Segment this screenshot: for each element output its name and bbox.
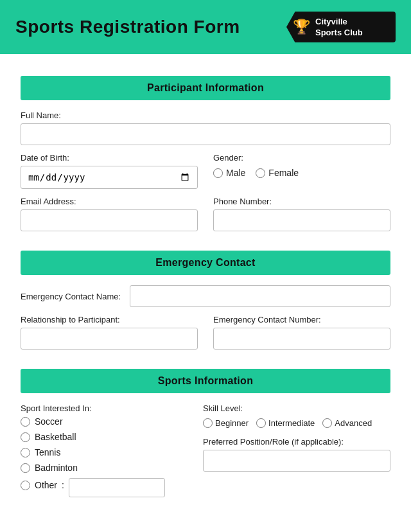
form-title: Sports Registration Form bbox=[15, 17, 240, 37]
sport-other-row: Other: bbox=[21, 478, 188, 497]
sports-section-title: Sports Information bbox=[158, 375, 254, 386]
sport-soccer-radio[interactable] bbox=[21, 417, 30, 427]
dob-input[interactable] bbox=[21, 166, 198, 189]
ec-number-input[interactable] bbox=[213, 328, 390, 350]
relationship-ecnumber-row: Relationship to Participant: Emergency C… bbox=[21, 315, 390, 357]
email-col: Email Address: bbox=[21, 197, 198, 239]
sport-other-radio[interactable] bbox=[21, 481, 30, 490]
sports-row: Sport Interested In: Soccer Basketball T… bbox=[21, 403, 390, 497]
trophy-icon: 🏆 bbox=[293, 19, 310, 35]
sport-tennis-label: Tennis bbox=[35, 447, 60, 457]
emergency-section-header: Emergency Contact bbox=[21, 251, 390, 275]
phone-input[interactable] bbox=[213, 209, 390, 231]
brand-name: Cityville bbox=[315, 17, 363, 27]
gender-female-label: Female bbox=[268, 168, 299, 178]
dob-group: Date of Birth: bbox=[21, 153, 198, 189]
gender-female-option[interactable]: Female bbox=[256, 168, 299, 178]
participant-section-title: Participant Information bbox=[147, 82, 264, 93]
gender-col: Gender: Male Female bbox=[213, 153, 390, 197]
phone-label: Phone Number: bbox=[213, 197, 390, 206]
relationship-input[interactable] bbox=[21, 328, 198, 350]
dob-label: Date of Birth: bbox=[21, 153, 198, 163]
sport-basketball-option[interactable]: Basketball bbox=[21, 432, 188, 442]
sport-soccer-option[interactable]: Soccer bbox=[21, 416, 188, 427]
sport-other-label: Other bbox=[35, 480, 57, 490]
skill-intermediate-radio[interactable] bbox=[256, 418, 266, 428]
gender-male-option[interactable]: Male bbox=[213, 168, 245, 178]
pref-position-label: Preferred Position/Role (if applicable): bbox=[203, 437, 390, 447]
relationship-label: Relationship to Participant: bbox=[21, 315, 198, 324]
phone-col: Phone Number: bbox=[213, 197, 390, 239]
sports-right-col: Skill Level: Beginner Intermediate Advan… bbox=[203, 403, 390, 497]
email-phone-row: Email Address: Phone Number: bbox=[21, 197, 390, 239]
skill-beginner-radio[interactable] bbox=[203, 418, 213, 428]
full-name-group: Full Name: bbox=[21, 111, 390, 145]
gender-radio-group: Male Female bbox=[213, 168, 390, 178]
skill-label: Skill Level: bbox=[203, 403, 390, 413]
sport-label: Sport Interested In: bbox=[21, 403, 188, 413]
skill-beginner-label: Beginner bbox=[215, 418, 249, 428]
sport-badminton-option[interactable]: Badminton bbox=[21, 463, 188, 473]
email-label: Email Address: bbox=[21, 197, 198, 206]
dob-gender-row: Date of Birth: Gender: Male Female bbox=[21, 153, 390, 197]
email-group: Email Address: bbox=[21, 197, 198, 231]
skill-advanced-option[interactable]: Advanced bbox=[322, 418, 372, 428]
sport-badminton-label: Badminton bbox=[35, 463, 78, 473]
gender-male-label: Male bbox=[226, 168, 245, 178]
page-header: Sports Registration Form 🏆 Cityville Spo… bbox=[0, 0, 411, 54]
pref-position-input[interactable] bbox=[203, 450, 390, 472]
sport-tennis-option[interactable]: Tennis bbox=[21, 447, 188, 457]
skill-advanced-radio[interactable] bbox=[322, 418, 332, 428]
brand-logo: 🏆 Cityville Sports Club bbox=[286, 12, 396, 42]
sport-tennis-radio[interactable] bbox=[21, 448, 30, 457]
relationship-group: Relationship to Participant: bbox=[21, 315, 198, 350]
sport-other-option[interactable]: Other: bbox=[21, 480, 64, 490]
ec-name-label: Emergency Contact Name: bbox=[21, 292, 121, 301]
gender-label: Gender: bbox=[213, 153, 390, 163]
skill-intermediate-label: Intermediate bbox=[268, 418, 315, 428]
email-input[interactable] bbox=[21, 209, 198, 231]
sport-other-input[interactable] bbox=[69, 478, 165, 497]
ec-number-col: Emergency Contact Number: bbox=[213, 315, 390, 357]
sport-basketball-label: Basketball bbox=[35, 432, 76, 442]
full-name-input[interactable] bbox=[21, 123, 390, 145]
relationship-col: Relationship to Participant: bbox=[21, 315, 198, 357]
sport-soccer-label: Soccer bbox=[35, 416, 63, 427]
sport-badminton-radio[interactable] bbox=[21, 463, 30, 473]
ec-number-label: Emergency Contact Number: bbox=[213, 315, 390, 324]
ec-number-group: Emergency Contact Number: bbox=[213, 315, 390, 350]
participant-section-header: Participant Information bbox=[21, 76, 390, 100]
dob-col: Date of Birth: bbox=[21, 153, 198, 197]
brand-text-block: Cityville Sports Club bbox=[315, 17, 363, 37]
brand-subtitle: Sports Club bbox=[315, 28, 363, 37]
ec-name-input[interactable] bbox=[130, 285, 390, 307]
full-name-label: Full Name: bbox=[21, 111, 390, 120]
skill-advanced-label: Advanced bbox=[335, 418, 372, 428]
skill-intermediate-option[interactable]: Intermediate bbox=[256, 418, 315, 428]
emergency-section-title: Emergency Contact bbox=[155, 257, 255, 268]
gender-female-radio[interactable] bbox=[256, 168, 265, 178]
ec-name-row: Emergency Contact Name: bbox=[21, 285, 390, 307]
phone-group: Phone Number: bbox=[213, 197, 390, 231]
skill-radio-row: Beginner Intermediate Advanced bbox=[203, 418, 390, 428]
sport-basketball-radio[interactable] bbox=[21, 432, 30, 442]
skill-beginner-option[interactable]: Beginner bbox=[203, 418, 249, 428]
sports-left-col: Sport Interested In: Soccer Basketball T… bbox=[21, 403, 188, 497]
gender-male-radio[interactable] bbox=[213, 168, 223, 178]
form-body: Participant Information Full Name: Date … bbox=[0, 54, 411, 518]
sports-section-header: Sports Information bbox=[21, 369, 390, 393]
